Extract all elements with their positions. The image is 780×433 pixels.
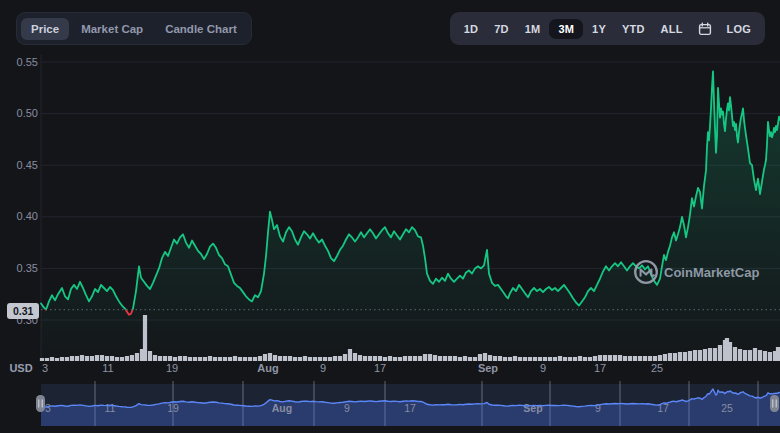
x-axis-label: Sep (478, 362, 498, 374)
x-axis: USD31119Aug917Sep91725 (9, 362, 663, 374)
current-price-badge: 0.31 (7, 303, 39, 319)
y-axis-label: 0.50 (17, 107, 38, 119)
navigator-handle-left[interactable] (36, 395, 45, 412)
x-axis-label: Aug (257, 362, 278, 374)
nav-axis-label: 11 (105, 402, 116, 414)
nav-axis-label: 3 (45, 402, 51, 414)
y-axis-label: 0.45 (17, 159, 38, 171)
x-axis-label: 9 (320, 362, 326, 374)
nav-axis-label: 25 (721, 402, 733, 414)
x-axis-label: 19 (166, 362, 178, 374)
nav-axis-label: 19 (167, 402, 179, 414)
x-axis-label: 17 (374, 362, 386, 374)
x-axis-label: 25 (651, 362, 663, 374)
nav-axis-label: Aug (272, 402, 292, 414)
watermark: CoinMarketCap (633, 259, 759, 285)
nav-axis-label: Sep (523, 402, 542, 414)
x-axis-label: 9 (540, 362, 546, 374)
currency-label: USD (9, 362, 32, 374)
y-axis-label: 0.35 (17, 262, 38, 274)
x-axis-label: 11 (102, 362, 113, 374)
nav-axis-label: 9 (595, 402, 601, 414)
price-chart-widget: 0.550.500.450.400.350.30USD31119Aug917Se… (0, 0, 780, 433)
nav-axis-label: 17 (404, 402, 416, 414)
y-axis-label: 0.55 (17, 56, 38, 68)
x-axis-label: 3 (42, 362, 48, 374)
price-area-fill (41, 71, 780, 361)
nav-axis-label: 9 (344, 402, 350, 414)
y-axis-label: 0.40 (17, 210, 38, 222)
navigator[interactable]: 31119Aug917Sep91725 (36, 381, 780, 426)
chart-canvas[interactable]: 0.550.500.450.400.350.30USD31119Aug917Se… (0, 0, 780, 433)
watermark-text: CoinMarketCap (664, 265, 759, 280)
x-axis-label: 17 (594, 362, 606, 374)
navigator-handle-right[interactable] (770, 395, 779, 412)
coinmarketcap-logo-icon (633, 259, 659, 285)
